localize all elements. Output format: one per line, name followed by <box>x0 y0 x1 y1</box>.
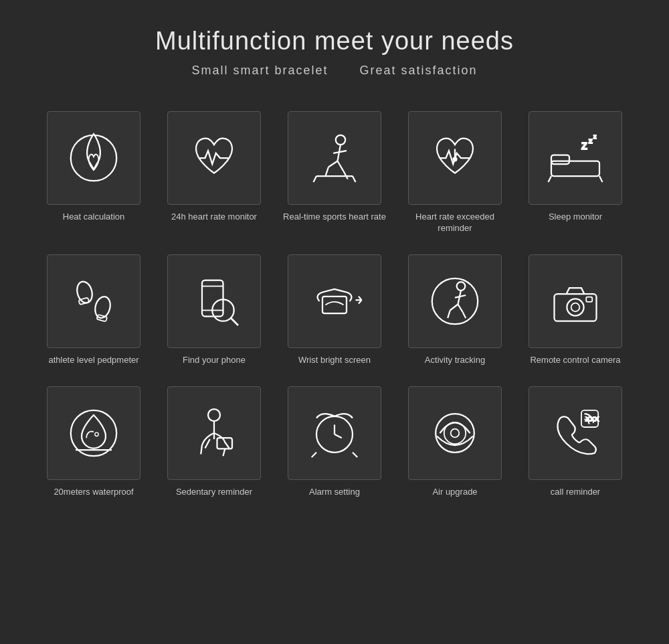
icon-box-wrist-screen <box>288 254 381 348</box>
feature-label-air-upgrade: Air upgrade <box>432 487 477 498</box>
svg-line-6 <box>344 171 348 179</box>
svg-line-3 <box>328 161 338 167</box>
subtitle1: Small smart bracelet <box>191 64 328 77</box>
feature-label-camera: Remote control camera <box>530 355 620 366</box>
icon-box-heart-rate-exceeded <box>408 111 502 205</box>
svg-text:z: z <box>589 136 593 145</box>
feature-item-heat-calculation: Heat calculation <box>33 104 154 241</box>
svg-line-51 <box>223 449 225 456</box>
svg-point-1 <box>336 135 345 145</box>
svg-line-57 <box>312 452 316 457</box>
feature-label-heart-rate-exceeded: Heart rate exceeded reminder <box>401 212 508 234</box>
svg-rect-14 <box>551 155 569 165</box>
feature-label-find-phone: Find your phone <box>183 355 246 366</box>
feature-item-camera: Remote control camera <box>515 248 636 373</box>
icon-box-air-upgrade <box>408 386 502 480</box>
feature-row-2: 20meters waterproof Sedentary reminder A… <box>33 380 636 505</box>
feature-label-sedentary: Sedentary reminder <box>176 487 252 498</box>
svg-line-5 <box>326 167 329 177</box>
svg-line-36 <box>450 304 458 310</box>
svg-point-48 <box>208 409 220 421</box>
main-title: Multifunction meet your needs <box>13 27 656 56</box>
icon-box-heart-rate-monitor <box>167 111 261 205</box>
icon-box-sports-heart-rate <box>288 111 381 205</box>
feature-item-sedentary: Sedentary reminder <box>154 380 274 505</box>
svg-point-46 <box>95 432 98 436</box>
icon-box-heat-calculation <box>47 111 140 205</box>
svg-point-59 <box>436 414 474 453</box>
feature-item-waterproof: 20meters waterproof <box>33 380 154 505</box>
svg-text:Z: Z <box>581 141 587 151</box>
subtitle: Small smart bracelet Great satisfaction <box>13 64 656 78</box>
page: Multifunction meet your needs Small smar… <box>0 0 669 538</box>
svg-point-43 <box>571 303 580 311</box>
feature-item-alarm: Alarm setting <box>274 380 395 505</box>
feature-item-sleep-monitor: Z z z Sleep monitor <box>515 104 636 241</box>
svg-point-33 <box>432 278 478 324</box>
svg-line-16 <box>599 176 603 182</box>
svg-line-10 <box>353 176 356 182</box>
svg-rect-50 <box>217 438 233 449</box>
feature-row-1: athlete level pedpmeter Find your phone … <box>33 248 636 373</box>
svg-line-39 <box>463 312 466 318</box>
svg-line-4 <box>338 161 344 171</box>
svg-line-15 <box>549 176 552 182</box>
icon-box-sleep-monitor: Z z z <box>529 111 622 205</box>
feature-label-sleep-monitor: Sleep monitor <box>549 212 602 223</box>
feature-label-alarm: Alarm setting <box>309 487 360 498</box>
subtitle2: Great satisfaction <box>360 64 478 77</box>
svg-line-52 <box>201 445 202 455</box>
feature-label-heart-rate-monitor: 24h heart rate monitor <box>171 212 257 223</box>
svg-line-53 <box>205 439 210 449</box>
feature-label-heat-calculation: Heat calculation <box>63 212 125 223</box>
svg-line-37 <box>458 304 463 312</box>
feature-item-heart-rate-monitor: 24h heart rate monitor <box>154 104 274 241</box>
features-grid: Heat calculation 24h heart rate monitor … <box>13 104 656 511</box>
feature-item-heart-rate-exceeded: Heart rate exceeded reminder <box>395 104 515 241</box>
svg-point-34 <box>457 282 466 291</box>
icon-box-find-phone <box>167 254 261 348</box>
feature-label-wrist-screen: Wrist bright screen <box>298 355 371 366</box>
feature-item-activity-tracking: Activity tracking <box>395 248 515 373</box>
svg-point-20 <box>75 280 94 305</box>
icon-box-camera <box>529 254 622 348</box>
feature-item-call-reminder: XXX call reminder <box>515 380 636 505</box>
feature-row-0: Heat calculation 24h heart rate monitor … <box>33 104 636 241</box>
feature-label-activity-tracking: Activity tracking <box>425 355 485 366</box>
svg-line-56 <box>334 434 342 437</box>
feature-label-waterproof: 20meters waterproof <box>54 487 133 498</box>
svg-point-42 <box>567 299 583 315</box>
svg-point-60 <box>444 422 466 443</box>
feature-item-wrist-screen: Wrist bright screen <box>274 248 395 373</box>
feature-item-sports-heart-rate: Real-time sports heart rate <box>274 104 395 241</box>
svg-text:z: z <box>593 133 597 140</box>
feature-label-pedometer: athlete level pedpmeter <box>48 355 138 366</box>
svg-line-9 <box>314 176 317 182</box>
svg-line-58 <box>353 452 357 457</box>
icon-box-activity-tracking <box>408 254 502 348</box>
svg-point-61 <box>451 428 460 437</box>
svg-point-45 <box>71 410 116 455</box>
feature-label-call-reminder: call reminder <box>551 487 600 498</box>
svg-text:XXX: XXX <box>585 415 599 422</box>
feature-item-find-phone: Find your phone <box>154 248 274 373</box>
svg-line-28 <box>230 317 238 325</box>
svg-rect-44 <box>586 297 592 301</box>
icon-box-call-reminder: XXX <box>529 386 622 480</box>
feature-item-air-upgrade: Air upgrade <box>395 380 515 505</box>
icon-box-pedometer <box>47 254 140 348</box>
feature-item-pedometer: athlete level pedpmeter <box>33 248 154 373</box>
icon-box-sedentary <box>167 386 261 480</box>
svg-line-38 <box>448 310 450 318</box>
icon-box-waterproof <box>47 386 140 480</box>
icon-box-alarm <box>288 386 381 480</box>
feature-label-sports-heart-rate: Real-time sports heart rate <box>283 212 386 223</box>
